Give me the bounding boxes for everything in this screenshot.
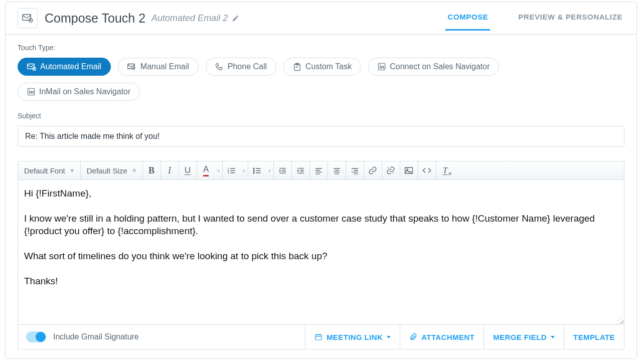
signature-label: Include Gmail Signature [53,332,139,341]
body-line: I know we're still in a holding pattern,… [24,212,618,238]
page-subtitle: Automated Email 2 [151,13,239,24]
chevron-down-icon: ▾ [70,166,74,175]
body-line: Thanks! [24,275,618,288]
template-button[interactable]: TEMPLATE [564,325,624,349]
code-view-button[interactable] [418,161,436,179]
action-label: MEETING LINK [327,333,383,341]
body-section: Touch Type: Automated Email Manual Email… [6,35,636,147]
chip-label: Phone Call [228,62,267,71]
tab-compose[interactable]: COMPOSE [445,13,490,31]
signature-toggle-wrap: Include Gmail Signature [18,325,147,349]
chip-automated-email[interactable]: Automated Email [18,58,111,76]
linkedin-icon [378,63,386,71]
chip-label: Automated Email [40,62,101,71]
edit-name-icon[interactable] [232,15,239,22]
outdent-button[interactable] [274,161,292,179]
attachment-button[interactable]: ATTACHMENT [400,325,484,349]
email-body-editor[interactable]: Hi {!FirstName}, I know we're still in a… [18,180,624,324]
chevron-down-icon [387,336,391,338]
svg-point-17 [253,170,254,171]
chip-connect-salesnav[interactable]: Connect on Sales Navigator [368,58,499,76]
chip-label: Custom Task [305,62,352,71]
touch-email-icon [18,8,38,28]
chevron-down-icon: ▾ [132,166,136,175]
text-color-caret[interactable]: ▾ [215,161,223,179]
meeting-link-button[interactable]: MEETING LINK [305,325,400,349]
text-color-button[interactable]: A [197,161,215,179]
chip-label: Connect on Sales Navigator [390,62,490,71]
font-family-select[interactable]: Default Font ▾ [18,161,80,179]
chip-label: InMail on Sales Navigator [39,87,130,96]
indent-button[interactable] [292,161,310,179]
subject-input[interactable] [18,126,624,147]
svg-point-18 [253,172,254,173]
body-line: What sort of timelines do you think we'r… [24,250,618,263]
align-right-button[interactable] [346,161,364,179]
rte-editor: Default Font ▾ Default Size ▾ B I U A ▾ … [18,161,624,325]
svg-point-9 [380,65,381,66]
subject-label: Subject [18,112,624,120]
chip-inmail-salesnav[interactable]: InMail on Sales Navigator [18,83,140,101]
header: Compose Touch 2 Automated Email 2 COMPOS… [6,2,636,35]
email-automated-icon [27,63,36,71]
font-size-value: Default Size [87,166,127,175]
bold-button[interactable]: B [143,161,161,179]
merge-field-button[interactable]: MERGE FIELD [484,325,564,349]
signature-toggle[interactable] [26,331,46,342]
phone-icon [215,63,224,71]
attachment-icon [409,333,417,341]
chip-phone-call[interactable]: Phone Call [206,58,276,76]
rte-toolbar: Default Font ▾ Default Size ▾ B I U A ▾ … [18,161,624,180]
touch-type-label: Touch Type: [18,44,624,52]
svg-point-12 [29,90,30,91]
compose-touch-card: Compose Touch 2 Automated Email 2 COMPOS… [5,2,637,359]
svg-rect-11 [29,91,30,94]
email-manual-icon [127,63,136,71]
font-family-value: Default Font [24,166,65,175]
unlink-button[interactable] [382,161,400,179]
action-label: TEMPLATE [573,333,615,341]
align-center-button[interactable] [328,161,346,179]
tab-preview-personalize[interactable]: PREVIEW & PERSONALIZE [516,13,624,31]
unordered-list-button[interactable] [248,161,266,179]
chip-manual-email[interactable]: Manual Email [118,58,199,76]
page-title: Compose Touch 2 [45,11,145,26]
image-button[interactable] [400,161,418,179]
svg-text:3: 3 [228,171,229,174]
subtitle-text: Automated Email 2 [151,13,228,24]
header-tabs: COMPOSE PREVIEW & PERSONALIZE [445,13,624,24]
editor-footer: Include Gmail Signature MEETING LINK ATT… [18,325,624,349]
linkedin-icon [27,88,35,96]
unordered-list-caret[interactable]: ▾ [266,161,274,179]
touch-type-chips: Automated Email Manual Email Phone Call … [18,58,624,101]
clear-format-button[interactable]: T✕ [436,161,454,179]
chip-custom-task[interactable]: Custom Task [283,58,361,76]
body-line: Hi {!FirstName}, [24,187,618,200]
action-label: ATTACHMENT [421,333,474,341]
italic-button[interactable]: I [161,161,179,179]
link-button[interactable] [364,161,382,179]
ordered-list-button[interactable]: 123 [223,161,241,179]
action-label: MERGE FIELD [493,333,547,341]
svg-point-16 [253,168,254,169]
ordered-list-caret[interactable]: ▾ [241,161,248,179]
svg-rect-21 [315,334,322,340]
resize-handle-icon: ⋰⋰ [616,317,622,323]
chevron-down-icon [551,336,555,338]
task-icon [293,63,301,71]
chip-label: Manual Email [140,62,189,71]
align-left-button[interactable] [310,161,328,179]
underline-button[interactable]: U [179,161,197,179]
footer-actions: MEETING LINK ATTACHMENT MERGE FIELD TEMP… [305,325,624,349]
svg-rect-8 [380,66,381,69]
calendar-icon [314,333,323,341]
font-size-select[interactable]: Default Size ▾ [81,161,142,179]
